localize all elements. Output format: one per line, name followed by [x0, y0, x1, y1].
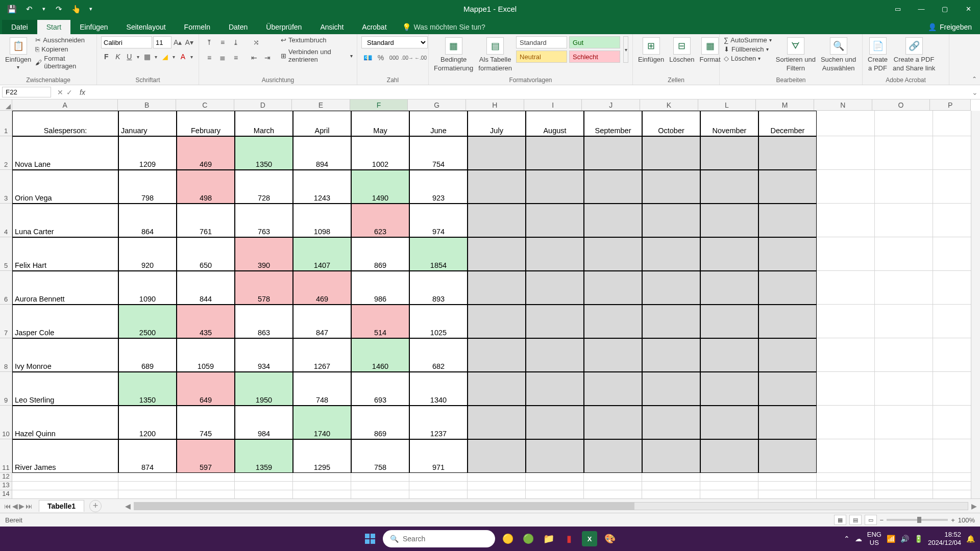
row-header[interactable]: 4: [0, 204, 12, 237]
cell[interactable]: [817, 305, 875, 338]
view-normal-icon[interactable]: ▦: [834, 515, 846, 525]
cell[interactable]: 761: [177, 204, 235, 237]
cell-style-good[interactable]: Gut: [569, 36, 620, 48]
horizontal-scrollbar[interactable]: ◀ ▶: [122, 502, 980, 510]
sheet-nav-first-icon[interactable]: ⏮: [4, 502, 11, 510]
row-header[interactable]: 12: [0, 473, 12, 482]
thousands-icon[interactable]: 000: [388, 52, 400, 64]
tab-review[interactable]: Überprüfen: [257, 20, 311, 34]
cell[interactable]: [526, 271, 584, 305]
cell[interactable]: [933, 170, 974, 204]
cell[interactable]: Felix Hart: [12, 237, 118, 271]
cell[interactable]: November: [700, 111, 758, 136]
align-right-icon[interactable]: ≡: [230, 52, 242, 64]
name-box[interactable]: [2, 87, 51, 97]
cell[interactable]: 754: [409, 136, 468, 170]
cell[interactable]: 1407: [293, 237, 351, 271]
share-button[interactable]: 👤Freigeben: [920, 20, 980, 34]
cell[interactable]: [817, 490, 875, 498]
cell[interactable]: 1350: [235, 136, 293, 170]
cell[interactable]: [12, 473, 118, 482]
cell[interactable]: [351, 473, 409, 482]
row-header[interactable]: 1: [0, 111, 12, 136]
cell[interactable]: [933, 406, 974, 439]
minimize-button[interactable]: —: [910, 0, 933, 18]
zoom-level[interactable]: 100%: [958, 516, 975, 524]
cell[interactable]: [700, 136, 758, 170]
format-as-table-button[interactable]: ▤Als Tabelleformatieren: [477, 36, 513, 73]
cell[interactable]: [526, 305, 584, 338]
align-center-icon[interactable]: ≣: [216, 52, 229, 64]
cell[interactable]: [758, 372, 817, 406]
cell[interactable]: 758: [351, 439, 409, 473]
cell[interactable]: [758, 136, 817, 170]
cell[interactable]: [642, 237, 700, 271]
cell[interactable]: [526, 338, 584, 372]
cell[interactable]: [933, 338, 974, 372]
cell[interactable]: [293, 490, 351, 498]
cell[interactable]: [700, 406, 758, 439]
cell[interactable]: Nova Lane: [12, 136, 118, 170]
cell[interactable]: [468, 237, 526, 271]
cell[interactable]: [468, 482, 526, 490]
delete-cells-button[interactable]: ⊟Löschen: [668, 36, 695, 64]
format-cells-button[interactable]: ▦Format: [698, 36, 721, 64]
undo-icon[interactable]: ↶: [21, 2, 37, 17]
cell[interactable]: 745: [177, 406, 235, 439]
cell[interactable]: 974: [409, 204, 468, 237]
cell[interactable]: [468, 406, 526, 439]
tab-start[interactable]: Start: [37, 20, 71, 34]
number-format-select[interactable]: Standard: [361, 36, 428, 48]
sheet-nav-prev-icon[interactable]: ◀: [12, 502, 18, 510]
cell[interactable]: 1243: [293, 170, 351, 204]
cell[interactable]: [468, 439, 526, 473]
expand-formula-icon[interactable]: ⌄: [970, 88, 980, 96]
cell[interactable]: 1002: [351, 136, 409, 170]
cell[interactable]: [526, 473, 584, 482]
cell[interactable]: [817, 204, 875, 237]
cell[interactable]: [758, 490, 817, 498]
cell[interactable]: [584, 439, 642, 473]
row-header[interactable]: 10: [0, 406, 12, 439]
start-button[interactable]: [362, 531, 378, 546]
copy-button[interactable]: ⎘Kopieren: [35, 45, 92, 53]
cell-style-bad[interactable]: Schlecht: [569, 51, 620, 63]
column-header[interactable]: J: [582, 99, 640, 110]
cell[interactable]: 847: [293, 305, 351, 338]
column-header[interactable]: D: [234, 99, 292, 110]
cell[interactable]: 578: [235, 271, 293, 305]
column-header[interactable]: C: [176, 99, 234, 110]
cell[interactable]: [700, 204, 758, 237]
spreadsheet-grid[interactable]: ABCDEFGHIJKLMNOP 1234567891011121314 Sal…: [0, 99, 980, 498]
cell[interactable]: 874: [118, 439, 177, 473]
cell[interactable]: [700, 482, 758, 490]
cell[interactable]: [468, 490, 526, 498]
cell[interactable]: 869: [351, 406, 409, 439]
percent-icon[interactable]: %: [375, 52, 387, 64]
cell[interactable]: [12, 490, 118, 498]
format-painter-button[interactable]: 🖌Format übertragen: [35, 55, 92, 70]
cell[interactable]: [933, 473, 974, 482]
align-top-icon[interactable]: ⤒: [203, 36, 215, 48]
cell[interactable]: [933, 482, 974, 490]
cell[interactable]: [584, 338, 642, 372]
cell[interactable]: 1200: [118, 406, 177, 439]
font-size-select[interactable]: [153, 36, 172, 48]
cell[interactable]: [642, 305, 700, 338]
cell[interactable]: [468, 305, 526, 338]
wifi-icon[interactable]: 📶: [887, 535, 895, 543]
cell[interactable]: [468, 136, 526, 170]
cell[interactable]: 986: [351, 271, 409, 305]
chrome-icon[interactable]: 🟡: [500, 531, 516, 546]
cell-style-standard[interactable]: Standard: [516, 36, 567, 48]
cell[interactable]: [409, 490, 468, 498]
cell[interactable]: [758, 338, 817, 372]
cell[interactable]: 1237: [409, 406, 468, 439]
cell[interactable]: [235, 473, 293, 482]
column-header[interactable]: L: [698, 99, 756, 110]
row-header[interactable]: 5: [0, 237, 12, 271]
volume-icon[interactable]: 🔊: [900, 535, 909, 543]
cell[interactable]: [875, 473, 933, 482]
cell[interactable]: [933, 305, 974, 338]
column-header[interactable]: G: [408, 99, 466, 110]
